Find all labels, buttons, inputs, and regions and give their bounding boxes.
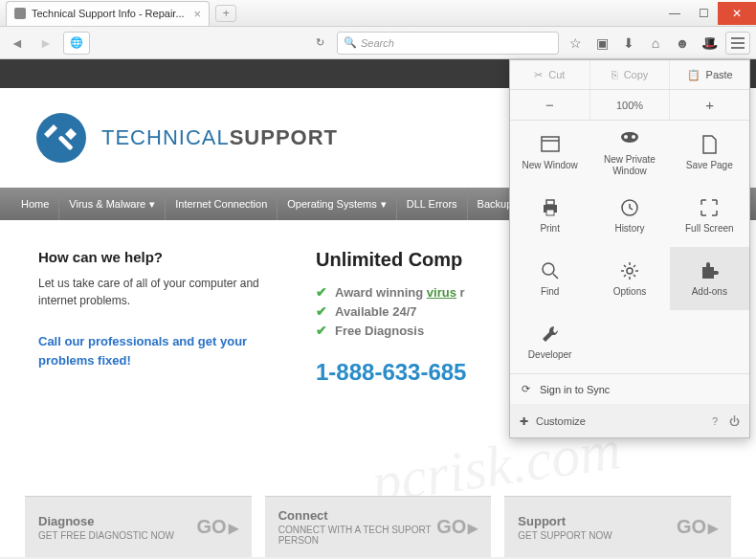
svg-rect-7 [546, 200, 554, 205]
menu-find[interactable]: Find [510, 247, 589, 310]
browser-toolbar: ◄ ► 🌐 ↻ 🔍 Search ☆ ▣ ⬇ ⌂ ☻ 🎩 [0, 27, 756, 59]
menu-cut: ✂Cut [510, 60, 590, 89]
wrench-logo-icon [34, 111, 88, 165]
bookmark-star-icon[interactable]: ☆ [565, 33, 586, 54]
paste-icon: 📋 [687, 69, 700, 81]
bottom-boxes: DiagnoseGET FREE DIAGNOSTIC NOWGO▸ Conne… [0, 496, 756, 557]
fullscreen-icon [698, 196, 721, 219]
arrow-icon: ▸ [468, 516, 478, 539]
search-placeholder: Search [361, 37, 394, 49]
identity-box[interactable]: 🌐 [63, 32, 90, 55]
mask-icon [618, 127, 641, 150]
svg-point-5 [632, 135, 635, 139]
minimize-button[interactable]: — [660, 2, 689, 25]
check-icon: ✔ [316, 323, 327, 338]
close-tab-icon[interactable]: × [194, 7, 202, 21]
hat-icon[interactable]: 🎩 [699, 33, 720, 54]
hamburger-menu-panel: ✂Cut ⎘Copy 📋Paste − 100% + New Window Ne… [509, 59, 750, 438]
power-icon[interactable]: ⏻ [729, 415, 740, 427]
sync-icon: ⟳ [522, 383, 530, 395]
maximize-button[interactable]: ☐ [689, 2, 718, 25]
plus-icon: ✚ [520, 415, 528, 428]
zoom-out-button[interactable]: − [510, 90, 590, 120]
home-icon[interactable]: ⌂ [645, 33, 666, 54]
gear-icon [618, 259, 641, 282]
svg-point-12 [627, 268, 633, 274]
chevron-down-icon: ▾ [149, 198, 155, 211]
nav-os[interactable]: Operating Systems ▾ [278, 188, 397, 220]
wrench-icon [539, 323, 562, 346]
menu-addons[interactable]: Add-ons [670, 247, 749, 310]
downloads-icon[interactable]: ⬇ [618, 33, 639, 54]
browser-tab[interactable]: Technical Support Info - Repair... × [6, 1, 210, 26]
box-diagnose[interactable]: DiagnoseGET FREE DIAGNOSTIC NOWGO▸ [25, 496, 252, 557]
copy-icon: ⎘ [611, 69, 618, 80]
nav-home[interactable]: Home [11, 188, 59, 220]
cut-icon: ✂ [534, 69, 543, 81]
help-icon[interactable]: ? [712, 415, 718, 427]
svg-point-4 [624, 135, 628, 139]
search-box[interactable]: 🔍 Search [337, 32, 559, 55]
page-icon [698, 133, 721, 156]
forward-button[interactable]: ► [34, 32, 57, 55]
svg-rect-2 [542, 137, 559, 151]
new-tab-button[interactable]: + [215, 5, 236, 22]
bookmarks-icon[interactable]: ▣ [591, 33, 612, 54]
nav-internet[interactable]: Internet Connection [166, 188, 278, 220]
arrow-icon: ▸ [229, 516, 238, 539]
menu-options[interactable]: Options [589, 247, 669, 310]
svg-point-10 [543, 263, 554, 275]
find-icon [539, 259, 562, 282]
globe-icon: 🌐 [70, 36, 83, 49]
menu-copy: ⎘Copy [590, 60, 671, 89]
svg-rect-8 [546, 210, 554, 215]
favicon [14, 8, 26, 19]
menu-sign-in-sync[interactable]: ⟳Sign in to Sync [510, 374, 749, 405]
menu-new-window[interactable]: New Window [510, 121, 589, 184]
menu-history[interactable]: History [589, 184, 669, 247]
check-icon: ✔ [316, 303, 327, 319]
menu-paste[interactable]: 📋Paste [670, 60, 749, 89]
face-icon[interactable]: ☻ [672, 33, 693, 54]
window-icon [539, 133, 562, 156]
zoom-in-button[interactable]: + [670, 90, 749, 120]
box-support[interactable]: SupportGET SUPPORT NOWGO▸ [504, 496, 731, 557]
nav-virus[interactable]: Virus & Malware ▾ [59, 188, 166, 220]
search-icon: 🔍 [344, 36, 357, 49]
back-button[interactable]: ◄ [6, 32, 29, 55]
check-icon: ✔ [316, 284, 327, 300]
menu-customize[interactable]: ✚Customize [520, 415, 586, 428]
window-titlebar: Technical Support Info - Repair... × + —… [0, 0, 756, 27]
nav-dll[interactable]: DLL Errors [397, 188, 468, 220]
arrow-icon: ▸ [708, 516, 718, 539]
zoom-level[interactable]: 100% [590, 90, 671, 120]
menu-save-page[interactable]: Save Page [670, 121, 749, 184]
close-window-button[interactable]: ✕ [718, 2, 756, 25]
puzzle-icon [698, 259, 721, 282]
chevron-down-icon: ▾ [381, 198, 387, 211]
box-connect[interactable]: ConnectCONNECT WITH A TECH SUPORT PERSON… [265, 496, 492, 557]
history-icon [618, 196, 641, 219]
menu-print[interactable]: Print [510, 184, 589, 247]
menu-fullscreen[interactable]: Full Screen [670, 184, 749, 247]
print-icon [539, 196, 562, 219]
hamburger-menu-button[interactable] [725, 32, 750, 55]
site-logo-text: TECHNICALSUPPORT [101, 125, 338, 150]
help-cta: Call our professionals and get your prob… [38, 332, 278, 369]
help-body: Let us take care of all of your computer… [38, 275, 278, 309]
help-heading: How can we help? [38, 249, 278, 265]
menu-developer[interactable]: Developer [510, 310, 589, 373]
menu-new-private[interactable]: New Private Window [589, 121, 669, 184]
reload-button[interactable]: ↻ [310, 32, 331, 55]
svg-line-11 [553, 274, 558, 279]
tab-title: Technical Support Info - Repair... [32, 8, 185, 19]
